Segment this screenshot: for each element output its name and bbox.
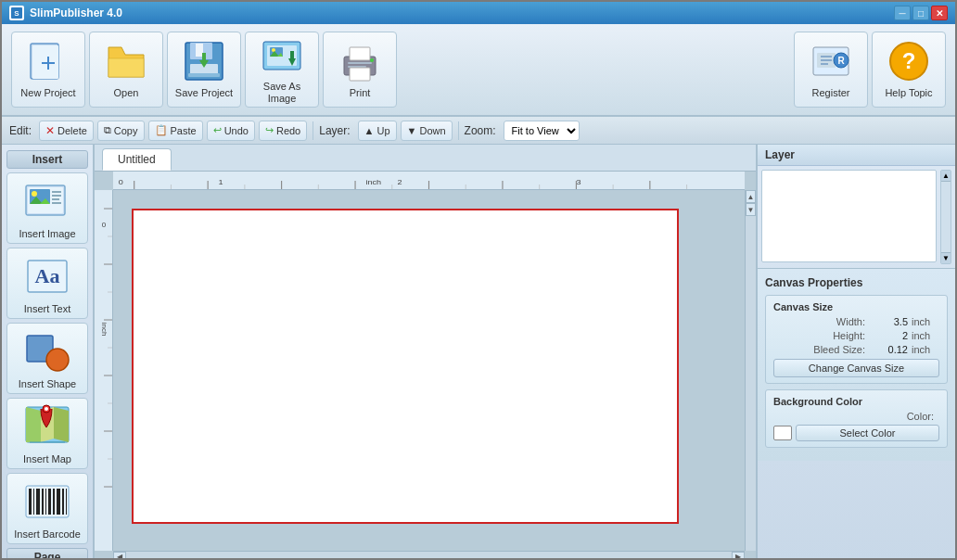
color-swatch xyxy=(773,426,792,440)
undo-label: Undo xyxy=(224,125,249,136)
scrollbar-bottom[interactable]: ◀ ▶ xyxy=(113,551,745,560)
layer-scroll-up[interactable]: ▲ xyxy=(941,171,951,182)
title-bar: S SlimPublisher 4.0 ─ □ ✕ xyxy=(2,2,955,24)
ruler-left: 0 inch xyxy=(95,190,113,551)
svg-rect-69 xyxy=(66,489,67,515)
canvas-tab[interactable]: Untitled xyxy=(102,148,172,171)
tab-bar: Untitled xyxy=(95,145,756,171)
svg-text:Aa: Aa xyxy=(35,264,60,287)
insert-shape-button[interactable]: Insert Shape xyxy=(6,323,88,394)
new-project-button[interactable]: New Project xyxy=(11,32,85,108)
bg-color-title: Background Color xyxy=(773,396,939,407)
svg-rect-65 xyxy=(48,489,51,515)
svg-rect-27 xyxy=(350,68,370,81)
svg-rect-67 xyxy=(57,489,60,515)
canvas-page xyxy=(132,209,679,524)
delete-button[interactable]: ✕ Delete xyxy=(39,121,94,141)
layer-content xyxy=(761,170,937,262)
bleed-row: Bleed Size: 0.12 inch xyxy=(773,344,939,355)
new-project-icon xyxy=(26,39,70,83)
zoom-label: Zoom: xyxy=(465,124,496,137)
copy-button[interactable]: ⧉ Copy xyxy=(97,121,145,141)
layer-down-button[interactable]: ▼ Down xyxy=(401,121,453,141)
up-label: Up xyxy=(376,125,389,136)
paste-button[interactable]: 📋 Paste xyxy=(148,121,203,141)
height-row: Height: 2 inch xyxy=(773,330,939,341)
maximize-button[interactable]: □ xyxy=(912,6,929,20)
copy-icon: ⧉ xyxy=(104,124,111,136)
select-color-button[interactable]: Select Color xyxy=(796,425,939,441)
layer-up-button[interactable]: ▲ Up xyxy=(358,121,397,141)
ruler-top: 0 1 inch 2 3 xyxy=(113,172,745,190)
undo-button[interactable]: ↩ Undo xyxy=(207,121,255,141)
svg-marker-55 xyxy=(54,407,69,442)
canvas-size-title: Canvas Size xyxy=(773,301,939,312)
svg-text:0: 0 xyxy=(119,178,123,186)
layer-scroll-down[interactable]: ▼ xyxy=(941,252,951,263)
insert-map-button[interactable]: Insert Map xyxy=(6,398,88,469)
svg-rect-64 xyxy=(45,489,46,515)
layer-title: Layer xyxy=(765,148,795,161)
bleed-unit: inch xyxy=(912,344,939,355)
help-icon: ? xyxy=(887,39,931,83)
svg-text:1: 1 xyxy=(219,178,223,186)
scroll-left-button[interactable]: ◀ xyxy=(113,552,126,560)
save-as-image-button[interactable]: Save As Image xyxy=(245,32,319,108)
svg-rect-24 xyxy=(348,62,372,64)
width-row: Width: 3.5 inch xyxy=(773,316,939,327)
layer-scrollbar: ▲ ▼ xyxy=(940,170,951,264)
change-canvas-button[interactable]: Change Canvas Size xyxy=(773,359,939,377)
canvas-container: 0 1 inch 2 3 xyxy=(95,171,756,560)
scroll-up-button[interactable]: ▲ xyxy=(746,190,756,203)
svg-text:inch: inch xyxy=(365,178,381,186)
svg-rect-99 xyxy=(95,190,113,551)
width-label: Width: xyxy=(773,316,871,327)
svg-point-51 xyxy=(46,349,69,371)
print-button[interactable]: Print xyxy=(323,32,397,108)
close-button[interactable]: ✕ xyxy=(931,6,948,20)
canvas-props-title: Canvas Properties xyxy=(765,276,948,289)
scroll-right-button[interactable]: ▶ xyxy=(732,552,745,560)
window-title: SlimPublisher 4.0 xyxy=(30,6,894,19)
print-icon xyxy=(338,39,382,83)
svg-rect-10 xyxy=(196,44,203,57)
svg-text:2: 2 xyxy=(397,178,402,186)
save-project-button[interactable]: Save Project xyxy=(167,32,241,108)
insert-section-label: Insert xyxy=(6,150,88,169)
print-label: Print xyxy=(350,87,371,99)
color-label-row: Color: xyxy=(773,411,939,422)
width-value: 3.5 xyxy=(871,316,908,327)
height-value: 2 xyxy=(871,330,908,341)
redo-button[interactable]: ↪ Redo xyxy=(259,121,307,141)
up-icon: ▲ xyxy=(364,125,375,136)
scrollbar-right[interactable]: ▲ ▼ xyxy=(745,190,756,551)
new-project-label: New Project xyxy=(20,87,75,99)
edit-bar: Edit: ✕ Delete ⧉ Copy 📋 Paste ↩ Undo ↪ R… xyxy=(2,117,955,145)
svg-rect-60 xyxy=(29,489,32,515)
open-icon xyxy=(104,39,148,83)
canvas-area: Untitled 0 1 inch 2 3 xyxy=(95,145,756,560)
insert-map-label: Insert Map xyxy=(23,453,71,465)
color-label: Color: xyxy=(773,411,939,422)
insert-barcode-icon xyxy=(23,477,71,526)
paste-label: Paste xyxy=(171,125,197,136)
insert-text-icon: Aa xyxy=(23,252,71,300)
svg-point-57 xyxy=(45,407,48,411)
svg-text:0: 0 xyxy=(102,221,107,229)
redo-label: Redo xyxy=(276,125,300,136)
bleed-label: Bleed Size: xyxy=(773,344,871,355)
undo-icon: ↩ xyxy=(213,124,222,136)
tab-label: Untitled xyxy=(118,153,156,166)
minimize-button[interactable]: ─ xyxy=(894,6,911,20)
scroll-down-button[interactable]: ▼ xyxy=(746,203,756,216)
open-button[interactable]: Open xyxy=(89,32,163,108)
insert-barcode-button[interactable]: Insert Barcode xyxy=(6,473,88,544)
insert-image-button[interactable]: Insert Image xyxy=(6,172,88,244)
zoom-select[interactable]: Fit to View 25% 50% 75% 100% 150% 200% xyxy=(504,121,580,141)
register-button[interactable]: R Register xyxy=(794,32,868,108)
insert-text-button[interactable]: Aa Insert Text xyxy=(6,248,88,319)
register-icon: R xyxy=(809,39,853,83)
delete-icon: ✕ xyxy=(45,124,55,137)
help-topic-button[interactable]: ? Help Topic xyxy=(872,32,946,108)
redo-icon: ↪ xyxy=(265,124,274,136)
